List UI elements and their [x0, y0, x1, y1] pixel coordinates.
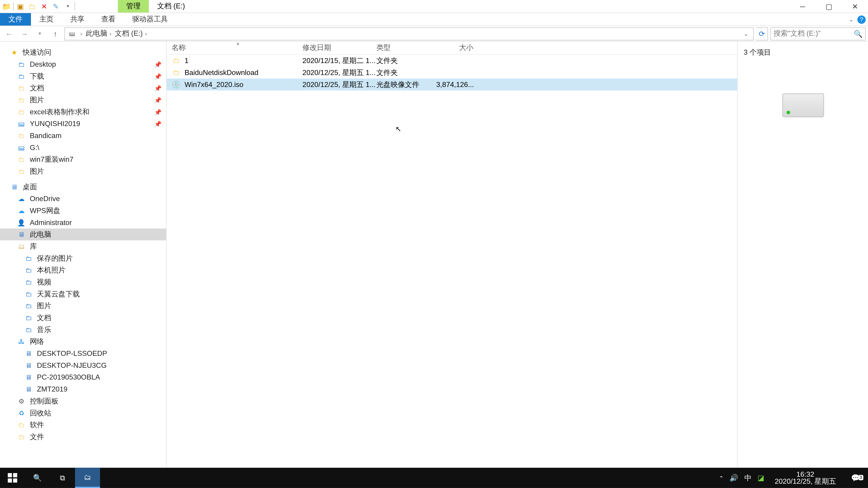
navigation-pane[interactable]: ★快速访问 🗀Desktop📌🗀下载📌🗀文档📌🗀图片📌🗀excel表格制作求和📌…: [0, 41, 167, 476]
file-row-1[interactable]: 🗀BaiduNetdiskDownload2020/12/25, 星期五 1..…: [167, 67, 737, 78]
qat-delete-icon[interactable]: ✕: [39, 1, 49, 11]
ribbon-tab-drivetools[interactable]: 驱动器工具: [124, 13, 176, 26]
breadcrumb-history-icon[interactable]: ⌄: [741, 31, 751, 37]
svg-rect-1: [13, 473, 17, 477]
col-type[interactable]: 类型: [376, 41, 436, 54]
nav-net-item-0[interactable]: 🖥DESKTOP-LSSOEDP: [0, 348, 166, 359]
taskbar[interactable]: 🔍 ⧉ 🗂 ⌃ 🔊 中 ◪ 16:32 2020/12/25, 星期五 💬3: [0, 468, 868, 488]
ribbon-tab-file[interactable]: 文件: [0, 13, 31, 26]
qat-customize-icon[interactable]: ▾: [63, 1, 73, 11]
folder-icon: 🗀: [172, 56, 181, 66]
start-button[interactable]: [0, 468, 25, 488]
ribbon-expand-icon[interactable]: ⌄: [849, 16, 854, 22]
ribbon-tab-share[interactable]: 共享: [62, 13, 93, 26]
nav-label: 视频: [37, 277, 51, 287]
pin-icon: 📌: [154, 61, 161, 68]
nav-quick-item-2[interactable]: 🗀文档📌: [0, 82, 166, 94]
nav-quick-item-8[interactable]: 🗀win7重装win7: [0, 154, 166, 166]
file-rows[interactable]: 🗀12020/12/15, 星期二 1...文件夹🗀BaiduNetdiskDo…: [167, 55, 737, 476]
nav-quick-item-3[interactable]: 🗀图片📌: [0, 94, 166, 106]
search-icon[interactable]: 🔍: [854, 29, 863, 38]
nav-lib-item-4[interactable]: 🗀图片: [0, 300, 166, 312]
nav-quick-item-7[interactable]: 🖴G:\: [0, 142, 166, 154]
task-view-button[interactable]: ⧉: [50, 468, 75, 488]
system-tray[interactable]: ⌃ 🔊 中 ◪ 16:32 2020/12/25, 星期五 💬3: [719, 470, 868, 485]
help-icon[interactable]: ?: [857, 15, 866, 24]
file-date: 2020/12/25, 星期五 1...: [303, 68, 376, 78]
nav-tail-item-1[interactable]: ♻回收站: [0, 407, 166, 419]
nav-desktop-item-3[interactable]: 🖥此电脑: [0, 228, 166, 240]
nav-desktop-item-0[interactable]: ☁OneDrive: [0, 193, 166, 205]
minimize-button[interactable]: ─: [789, 0, 816, 13]
nav-quick-item-4[interactable]: 🗀excel表格制作求和📌: [0, 106, 166, 118]
blue-icon: 🗀: [24, 277, 33, 287]
nav-desktop-item-1[interactable]: ☁WPS网盘: [0, 205, 166, 217]
nav-net-item-3[interactable]: 🖥ZMT2019: [0, 383, 166, 395]
file-row-2[interactable]: 💿Win7x64_2020.iso2020/12/25, 星期五 1...光盘映…: [167, 78, 737, 91]
nav-back-button[interactable]: ←: [2, 27, 16, 40]
file-type: 文件夹: [376, 56, 436, 66]
breadcrumb-seg-drive[interactable]: 文档 (E:)›: [115, 29, 148, 39]
nav-recent-button[interactable]: ▾: [33, 27, 46, 40]
column-headers[interactable]: 名称▴ 修改日期 类型 大小: [167, 41, 737, 55]
nav-label: OneDrive: [30, 195, 60, 203]
ribbon-tab-home[interactable]: 主页: [31, 13, 62, 26]
qat-rename-icon[interactable]: ✎: [51, 1, 61, 11]
qat-newfolder-icon[interactable]: 🗀: [27, 1, 37, 11]
tray-app-icon[interactable]: ◪: [757, 474, 764, 482]
nav-quick-item-6[interactable]: 🗀Bandicam: [0, 130, 166, 142]
col-name[interactable]: 名称▴: [172, 41, 303, 54]
nav-lib-item-1[interactable]: 🗀本机照片: [0, 264, 166, 276]
cloud-icon: ☁: [17, 194, 26, 203]
taskbar-search-button[interactable]: 🔍: [25, 468, 50, 488]
search-placeholder: 搜索"文档 (E:)": [774, 29, 821, 39]
nav-label: G:\: [30, 143, 39, 152]
nav-network[interactable]: 🖧网络: [0, 336, 166, 348]
nav-tail-item-0[interactable]: ⚙控制面板: [0, 395, 166, 407]
nav-quick-item-5[interactable]: 🖴YUNQISHI2019📌: [0, 118, 166, 130]
lib-icon: 🗂: [17, 241, 26, 251]
desktop-icon: 🖥: [9, 182, 19, 192]
nav-lib-item-2[interactable]: 🗀视频: [0, 276, 166, 288]
nav-net-item-2[interactable]: 🖥PC-20190530OBLA: [0, 371, 166, 383]
nav-quick-item-0[interactable]: 🗀Desktop📌: [0, 58, 166, 70]
col-size[interactable]: 大小: [436, 41, 477, 54]
ribbon-tab-view[interactable]: 查看: [93, 13, 124, 26]
nav-lib-item-6[interactable]: 🗀音乐: [0, 324, 166, 336]
search-box[interactable]: 搜索"文档 (E:)" 🔍: [770, 27, 866, 40]
nav-tail-item-2[interactable]: 🗀软件: [0, 419, 166, 431]
maximize-button[interactable]: ▢: [816, 0, 842, 13]
contextual-tab-manage[interactable]: 管理: [118, 0, 149, 12]
nav-desktop-item-2[interactable]: 👤Administrator: [0, 217, 166, 229]
chevron-right-icon[interactable]: ›: [79, 31, 83, 37]
refresh-button[interactable]: ⟳: [756, 27, 768, 40]
taskbar-clock[interactable]: 16:32 2020/12/25, 星期五: [770, 470, 841, 485]
nav-lib-item-3[interactable]: 🗀天翼云盘下载: [0, 288, 166, 300]
nav-quick-access[interactable]: ★快速访问: [0, 46, 166, 58]
close-button[interactable]: ✕: [842, 0, 868, 13]
nav-desktop[interactable]: 🖥桌面: [0, 181, 166, 193]
pin-icon: 📌: [154, 73, 161, 79]
nav-label: 文档: [30, 83, 44, 93]
tray-overflow-icon[interactable]: ⌃: [719, 475, 723, 481]
nav-up-button[interactable]: ↑: [49, 27, 62, 40]
nav-tail-item-3[interactable]: 🗀文件: [0, 431, 166, 443]
taskbar-explorer[interactable]: 🗂: [75, 468, 100, 488]
breadcrumb[interactable]: 🖴 › 此电脑› 文档 (E:)› ⌄: [64, 27, 754, 40]
breadcrumb-seg-thispc[interactable]: 此电脑›: [86, 29, 113, 39]
col-date[interactable]: 修改日期: [303, 41, 376, 54]
file-row-0[interactable]: 🗀12020/12/15, 星期二 1...文件夹: [167, 55, 737, 67]
nav-quick-item-9[interactable]: 🗀图片: [0, 165, 166, 177]
app-icon: 📁: [1, 1, 12, 11]
nav-desktop-item-4[interactable]: 🗂库: [0, 240, 166, 252]
qat-properties-icon[interactable]: ▣: [15, 1, 26, 11]
tray-volume-icon[interactable]: 🔊: [730, 474, 739, 482]
nav-lib-item-5[interactable]: 🗀文档: [0, 312, 166, 324]
nav-lib-item-0[interactable]: 🗀保存的图片: [0, 252, 166, 264]
quick-access-toolbar: 📁 ▣ 🗀 ✕ ✎ ▾: [0, 0, 76, 12]
nav-net-item-1[interactable]: 🖥DESKTOP-NJEU3CG: [0, 359, 166, 371]
action-center-button[interactable]: 💬3: [847, 474, 865, 482]
file-name: Win7x64_2020.iso: [185, 80, 243, 89]
tray-ime-icon[interactable]: 中: [744, 473, 752, 483]
nav-quick-item-1[interactable]: 🗀下载📌: [0, 70, 166, 82]
